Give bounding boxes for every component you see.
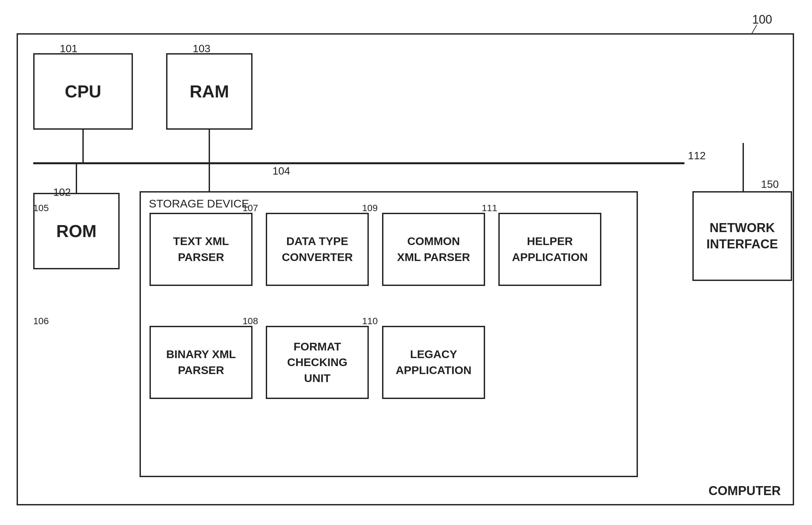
module-format-checking-unit: FORMATCHECKINGUNIT [266, 326, 369, 399]
diagram: 100 COMPUTER 101 CPU 103 RAM 102 ROM 112… [0, 0, 812, 525]
ram-box: RAM [166, 53, 252, 130]
ref-108: 108 [243, 316, 258, 327]
module-legacy-application: LEGACYAPPLICATION [382, 326, 485, 399]
helper-application-label: HELPERAPPLICATION [512, 234, 588, 265]
legacy-application-label: LEGACYAPPLICATION [396, 346, 471, 378]
storage-label: STORAGE DEVICE [149, 197, 249, 210]
computer-label: COMPUTER [709, 484, 781, 498]
ref-110: 110 [362, 316, 378, 327]
data-type-converter-label: DATA TYPECONVERTER [282, 234, 353, 265]
module-data-type-converter: DATA TYPECONVERTER [266, 213, 369, 286]
ram-label: RAM [190, 81, 229, 101]
ref-111: 111 [482, 203, 497, 213]
ref-100: 100 [752, 13, 772, 27]
module-text-xml-parser: TEXT XMLPARSER [150, 213, 252, 286]
ref-109: 109 [362, 203, 378, 213]
format-checking-unit-label: FORMATCHECKINGUNIT [287, 339, 347, 386]
module-binary-xml-parser: BINARY XMLPARSER [150, 326, 252, 399]
line-bus-to-network [743, 162, 744, 192]
ref-107: 107 [243, 203, 258, 213]
cpu-label: CPU [65, 81, 102, 101]
network-label: NETWORK INTERFACE [694, 220, 791, 253]
ref-104: 104 [272, 165, 290, 177]
module-common-xml-parser: COMMONXML PARSER [382, 213, 485, 286]
cpu-box: CPU [33, 53, 133, 130]
ref-105: 105 [33, 203, 49, 213]
ref-112: 112 [688, 150, 706, 162]
ref-150: 150 [761, 178, 779, 191]
module-helper-application: HELPERAPPLICATION [498, 213, 602, 286]
bus-end-connector [743, 143, 744, 163]
network-box: NETWORK INTERFACE [692, 191, 792, 281]
line-ram-to-bus [209, 130, 210, 163]
line-cpu-to-bus [82, 130, 84, 163]
line-bus-to-storage [209, 162, 210, 193]
rom-label: ROM [56, 221, 96, 241]
binary-xml-parser-label: BINARY XMLPARSER [166, 346, 236, 378]
ref-106: 106 [33, 316, 49, 327]
text-xml-parser-label: TEXT XMLPARSER [173, 234, 229, 265]
bus-line [33, 162, 684, 164]
line-bus-to-rom [76, 162, 77, 193]
common-xml-parser-label: COMMONXML PARSER [397, 234, 470, 265]
